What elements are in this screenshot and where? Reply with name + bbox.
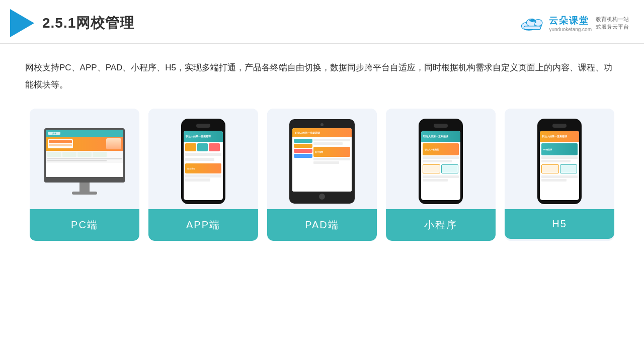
- tablet-home-button: [319, 194, 325, 200]
- card-miniprogram: 职达人的第一堂刷题课 职达人一堂刷题: [386, 109, 496, 241]
- app-phone-icon: 职达人的第一堂刷题课 推荐课程: [181, 119, 225, 204]
- card-h5: 职达人的第一堂刷题课 H5精品课: [505, 109, 614, 241]
- monitor-base: [72, 192, 97, 195]
- pad-tablet-icon: 职达人的第一堂刷题课: [289, 119, 355, 204]
- cards-container: 菜单: [25, 109, 619, 241]
- card-pc-image: 菜单: [30, 109, 139, 209]
- card-miniprogram-image: 职达人的第一堂刷题课 职达人一堂刷题: [386, 109, 496, 209]
- cloud-logo: 云朵课堂 yunduoketang.com 教育机构一站 式服务云平台: [520, 14, 629, 32]
- card-app-label: APP端: [148, 209, 258, 241]
- brand-tagline-line2: 式服务云平台: [596, 23, 629, 31]
- card-pad-image: 职达人的第一堂刷题课: [267, 109, 377, 209]
- monitor-screen: 菜单: [44, 128, 125, 178]
- page-title: 2.5.1网校管理: [42, 14, 134, 33]
- svg-rect-6: [535, 21, 536, 23]
- card-pc-label: PC端: [30, 209, 139, 241]
- h5-phone-icon: 职达人的第一堂刷题课 H5精品课: [537, 119, 582, 204]
- cloud-icon: [520, 14, 545, 32]
- brand-tagline: 教育机构一站 式服务云平台: [596, 16, 629, 31]
- header: 2.5.1网校管理 云朵课堂 yunduoketang.com 教育机构一站 式…: [0, 0, 644, 44]
- card-h5-image: 职达人的第一堂刷题课 H5精品课: [505, 109, 614, 209]
- svg-rect-4: [524, 26, 541, 30]
- tablet-screen: 职达人的第一堂刷题课: [292, 128, 352, 192]
- miniprogram-phone-icon: 职达人的第一堂刷题课 职达人一堂刷题: [419, 119, 463, 204]
- description-text: 网校支持PC、APP、PAD、小程序、H5，实现多端打通，产品各终端自由切换，数…: [25, 59, 619, 94]
- brand-tagline-line1: 教育机构一站: [596, 16, 629, 23]
- card-app: 职达人的第一堂刷题课 推荐课程: [148, 109, 258, 241]
- card-pc: 菜单: [30, 109, 139, 241]
- card-h5-label: H5: [505, 209, 614, 239]
- main-content: 网校支持PC、APP、PAD、小程序、H5，实现多端打通，产品各终端自由切换，数…: [0, 44, 644, 251]
- header-left: 2.5.1网校管理: [10, 9, 134, 37]
- pc-monitor-icon: 菜单: [44, 128, 125, 195]
- header-right: 云朵课堂 yunduoketang.com 教育机构一站 式服务云平台: [520, 14, 629, 32]
- tablet-camera: [320, 123, 324, 126]
- card-miniprogram-label: 小程序: [386, 209, 496, 241]
- card-pad: 职达人的第一堂刷题课: [267, 109, 377, 241]
- monitor-stand: [79, 183, 90, 192]
- brand-url: yunduoketang.com: [549, 27, 592, 32]
- monitor-bezel: [44, 178, 125, 183]
- brand-name: 云朵课堂: [549, 15, 592, 27]
- brand-text-group: 云朵课堂 yunduoketang.com: [549, 15, 592, 32]
- logo-triangle-icon: [10, 9, 34, 37]
- card-app-image: 职达人的第一堂刷题课 推荐课程: [148, 109, 258, 209]
- card-pad-label: PAD端: [267, 209, 377, 241]
